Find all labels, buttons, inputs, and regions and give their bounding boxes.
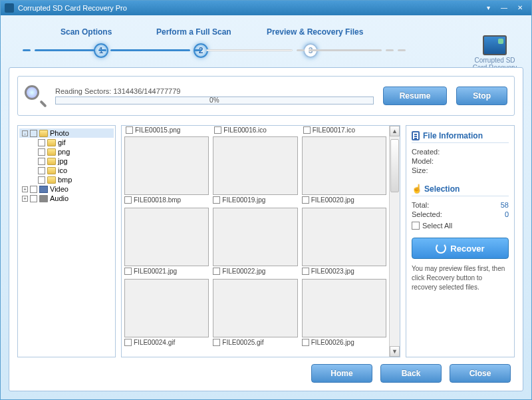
tree-item-ico[interactable]: ico <box>19 166 114 175</box>
thumbnail-checkbox[interactable] <box>124 339 132 346</box>
thumbnail-filename: FILE00023.jpg <box>311 268 354 275</box>
tree-item-gif[interactable]: gif <box>19 138 114 147</box>
progress-bar: 0% <box>55 97 374 104</box>
document-icon <box>412 131 420 140</box>
resume-button[interactable]: Resume <box>383 87 448 105</box>
thumbnail-item[interactable]: FILE00024.gif <box>124 279 209 347</box>
thumbnail-image[interactable] <box>213 136 297 195</box>
thumbnail-filename: FILE00018.bmp <box>134 196 181 204</box>
total-value: 58 <box>501 201 509 209</box>
thumbnail-item[interactable]: FILE00022.jpg <box>213 208 297 276</box>
thumbnail-panel: FILE00015.png FILE00016.ico FILE00017.ic… <box>121 125 400 357</box>
thumbnail-image[interactable] <box>124 136 209 195</box>
step-3-label: Preview & Recovery Files <box>267 27 363 37</box>
tree-item-jpg[interactable]: jpg <box>19 156 114 166</box>
step-1-label: Scan Options <box>61 27 112 37</box>
thumbnail-filename: FILE00022.jpg <box>222 268 265 275</box>
thumbnail-filename: FILE00024.gif <box>134 339 175 346</box>
thumbnail-filename: FILE00019.jpg <box>222 196 265 204</box>
thumbnail-item[interactable]: FILE00021.jpg <box>124 208 209 276</box>
selected-value: 0 <box>505 210 509 218</box>
info-panel: File Information Created: Model: Size: ☝… <box>406 125 515 357</box>
minimize-button[interactable]: — <box>497 3 511 13</box>
thumbnail-checkbox[interactable] <box>213 339 220 346</box>
recovery-tip: You may preview files first, then click … <box>412 264 509 292</box>
thumbnail-item[interactable]: FILE00025.gif <box>213 279 297 347</box>
thumbnail-item[interactable]: FILE00023.jpg <box>302 208 386 276</box>
thumbnail-image[interactable] <box>124 279 209 337</box>
total-label: Total: <box>412 201 429 209</box>
file-info-heading: File Information <box>412 131 509 143</box>
thumbnail-filename: FILE00025.gif <box>222 339 263 346</box>
thumbnail-filename: FILE00020.jpg <box>311 196 354 204</box>
close-window-button[interactable]: ✕ <box>513 3 527 13</box>
footer-buttons: Home Back Close <box>311 364 511 383</box>
app-title: Corrupted SD Card Recovery Pro <box>18 4 127 12</box>
thumbnail-checkbox[interactable] <box>124 196 132 204</box>
hand-icon: ☝ <box>412 184 421 194</box>
thumbnail-filename: FILE00021.jpg <box>134 268 177 275</box>
tree-item-bmp[interactable]: bmp <box>19 175 114 184</box>
tree-item-video[interactable]: +Video <box>19 184 114 194</box>
reading-sectors-text: Reading Sectors: 1314436/144777779 <box>55 87 374 95</box>
scan-status-bar: Reading Sectors: 1314436/144777779 0% Re… <box>17 76 515 116</box>
thumbnail-item[interactable]: FILE00018.bmp <box>124 136 209 205</box>
selection-heading: ☝Selection <box>412 184 509 196</box>
size-label: Size: <box>412 166 428 174</box>
step-2-label: Perform a Full Scan <box>156 27 231 37</box>
main-panel: Reading Sectors: 1314436/144777779 0% Re… <box>9 67 523 391</box>
product-logo: Corrupted SD Card Recovery <box>471 35 518 71</box>
file-type-tree[interactable]: -Photo gif png jpg ico bmp +Video +Audio <box>17 125 116 357</box>
thumbnail-checkbox[interactable] <box>213 268 220 275</box>
tree-item-audio[interactable]: +Audio <box>19 194 114 203</box>
model-label: Model: <box>412 157 434 165</box>
close-button[interactable]: Close <box>450 364 511 383</box>
thumbnail-image[interactable] <box>302 208 386 266</box>
thumbnail-filename: FILE00026.jpg <box>311 339 354 346</box>
wizard-steps: Scan Options Perform a Full Scan Preview… <box>1 15 531 55</box>
thumbnail-image[interactable] <box>213 279 297 337</box>
scroll-up-button[interactable]: ▲ <box>390 126 400 136</box>
dropdown-button[interactable]: ▾ <box>481 3 495 13</box>
thumbnail-image[interactable] <box>213 208 297 266</box>
tree-item-photo[interactable]: -Photo <box>19 128 114 138</box>
thumbnail-checkbox[interactable] <box>302 339 309 346</box>
thumbnail-checkbox[interactable] <box>302 268 309 275</box>
thumbnail-checkbox[interactable] <box>124 268 132 275</box>
created-label: Created: <box>412 148 440 156</box>
scrollbar-vertical[interactable]: ▲ ▼ <box>389 126 400 357</box>
tree-item-png[interactable]: png <box>19 147 114 156</box>
magnifier-icon <box>25 85 46 106</box>
stop-button[interactable]: Stop <box>456 87 507 105</box>
thumbnail-item[interactable]: FILE00019.jpg <box>213 136 297 205</box>
thumbnail-item[interactable]: FILE00026.jpg <box>302 279 386 347</box>
app-icon <box>5 3 14 13</box>
partial-row: FILE00015.png FILE00016.ico FILE00017.ic… <box>124 126 386 134</box>
thumbnail-item[interactable]: FILE00020.jpg <box>302 136 386 205</box>
scroll-thumb[interactable] <box>390 139 399 192</box>
thumbnail-image[interactable] <box>302 136 386 195</box>
thumbnail-image[interactable] <box>124 208 209 266</box>
back-button[interactable]: Back <box>380 364 442 383</box>
selected-label: Selected: <box>412 210 442 218</box>
titlebar: Corrupted SD Card Recovery Pro ▾ — ✕ <box>1 1 531 15</box>
thumbnail-checkbox[interactable] <box>302 196 309 204</box>
recover-button[interactable]: Recover <box>412 238 509 259</box>
select-all-checkbox[interactable]: Select All <box>412 219 509 232</box>
home-button[interactable]: Home <box>311 364 372 383</box>
scroll-down-button[interactable]: ▼ <box>390 346 400 357</box>
thumbnail-checkbox[interactable] <box>213 196 220 204</box>
thumbnail-image[interactable] <box>302 279 386 337</box>
refresh-icon <box>436 243 446 254</box>
progress-percent: 0% <box>209 97 219 104</box>
